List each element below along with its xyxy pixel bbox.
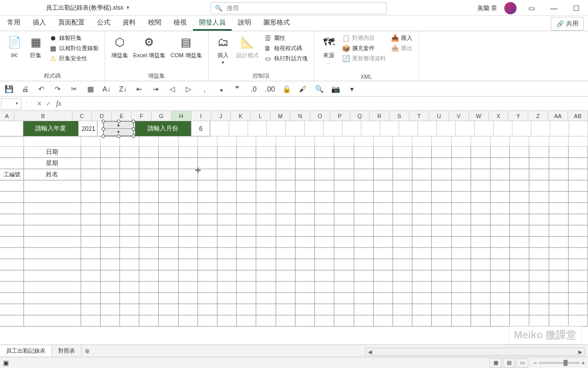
col-header-AA[interactable]: AA (548, 111, 568, 121)
cell[interactable] (217, 169, 237, 180)
undo-icon[interactable]: ↶ (36, 83, 47, 95)
increase-dec-icon[interactable]: .00 (264, 83, 276, 95)
cell[interactable] (276, 169, 296, 180)
cell-year-value[interactable]: 2021 (79, 121, 97, 136)
zoom-slider[interactable] (539, 362, 580, 364)
col-header-L[interactable]: L (251, 111, 271, 121)
cell[interactable] (237, 147, 256, 158)
macro-record-icon[interactable]: ▣ (3, 359, 9, 366)
selection-handle[interactable] (132, 134, 135, 138)
cell[interactable] (179, 169, 198, 180)
cell[interactable] (432, 147, 451, 158)
cell[interactable] (120, 169, 139, 180)
quote-icon[interactable]: ❟ (215, 83, 227, 95)
cell[interactable] (471, 147, 491, 158)
view-normal-button[interactable]: ▦ (489, 358, 502, 367)
selection-handle[interactable] (102, 127, 105, 131)
record-macro-button[interactable]: ⏺錄製巨集 (48, 33, 100, 42)
fx-cancel-icon[interactable]: ✕ (37, 100, 42, 107)
cell[interactable] (179, 158, 198, 169)
col-header-E[interactable]: E (112, 111, 132, 121)
fx-icon[interactable]: fx (56, 100, 61, 108)
col-header-V[interactable]: V (449, 111, 469, 121)
tab-insert[interactable]: 插入 (27, 15, 52, 31)
properties-button[interactable]: ☰屬性 (263, 33, 309, 42)
col-header-O[interactable]: O (310, 111, 330, 121)
cell[interactable] (393, 147, 412, 158)
cell[interactable] (81, 169, 101, 180)
cell[interactable] (549, 169, 569, 180)
cell[interactable] (159, 158, 178, 169)
cell[interactable] (217, 158, 237, 169)
cell[interactable] (198, 169, 217, 180)
cell[interactable] (276, 158, 296, 169)
col-header-U[interactable]: U (429, 111, 449, 121)
tab-layout[interactable]: 頁面配置 (52, 15, 91, 31)
cell[interactable] (120, 147, 139, 158)
cell[interactable] (179, 147, 198, 158)
cell-weekday-label[interactable]: 星期 (24, 158, 81, 169)
cell[interactable] (296, 169, 315, 180)
cell[interactable] (101, 147, 120, 158)
sort-desc-icon[interactable]: Z↓ (117, 83, 129, 95)
cell[interactable] (569, 147, 588, 158)
cell[interactable] (296, 147, 315, 158)
ribbon-display-button[interactable]: ▭ (524, 2, 539, 14)
cell[interactable] (101, 158, 120, 169)
cell[interactable] (412, 147, 432, 158)
cell-name-label[interactable]: 姓名 (24, 169, 81, 180)
cell[interactable] (159, 169, 178, 180)
cell[interactable] (354, 169, 374, 180)
cell[interactable] (569, 169, 588, 180)
tab-help[interactable]: 說明 (232, 15, 257, 31)
share-button[interactable]: 🔗 共用 (551, 17, 584, 31)
col-header-P[interactable]: P (330, 111, 350, 121)
design-mode-button[interactable]: 📐設計模式 (235, 33, 260, 60)
addins-button[interactable]: ⬡增益集 (110, 33, 129, 60)
avatar[interactable] (504, 2, 517, 14)
save-icon[interactable]: 💾 (3, 83, 14, 95)
cell[interactable] (159, 147, 178, 158)
cell[interactable] (452, 158, 471, 169)
indent-icon[interactable]: ▷ (183, 83, 194, 95)
col-header-C[interactable]: C (72, 111, 92, 121)
col-header-B[interactable]: B (14, 111, 72, 121)
comma-icon[interactable]: , (199, 83, 210, 95)
name-box[interactable]: ▼ (1, 98, 21, 109)
cell[interactable] (471, 158, 491, 169)
cell[interactable] (81, 147, 101, 158)
print-icon[interactable]: 🖨 (19, 83, 31, 95)
user-name[interactable]: 美蘭 章 (477, 4, 497, 13)
cell[interactable] (452, 169, 471, 180)
cell[interactable] (81, 158, 101, 169)
cell-weekday-left[interactable] (0, 158, 24, 169)
cell[interactable] (237, 158, 256, 169)
cell[interactable] (237, 169, 256, 180)
borders-icon[interactable]: ▦ (85, 83, 96, 95)
cell[interactable] (412, 169, 432, 180)
selection-handle[interactable] (117, 134, 120, 138)
col-header-S[interactable]: S (389, 111, 409, 121)
decrease-dec-icon[interactable]: .0 (248, 83, 259, 95)
cell[interactable] (432, 158, 451, 169)
expansion-button[interactable]: 📦擴充套件 (341, 43, 387, 53)
cell[interactable] (120, 158, 139, 169)
sheet-tab-2[interactable]: 對照表 (52, 346, 82, 356)
cell[interactable] (139, 158, 159, 169)
zoom-control[interactable]: − + (533, 360, 585, 366)
cell[interactable] (374, 147, 393, 158)
cell[interactable] (549, 158, 569, 169)
selection-handle[interactable] (132, 127, 135, 131)
cell-month-label[interactable]: 請輸入月份 (135, 121, 192, 136)
run-dialog-button[interactable]: ▭執行對話方塊 (263, 54, 309, 63)
macro-security-button[interactable]: ⚠巨集安全性 (48, 54, 100, 63)
cell[interactable] (296, 158, 315, 169)
map-properties-button[interactable]: 📋對應內容 (341, 33, 387, 42)
format-painter-icon[interactable]: ✂ (68, 83, 80, 95)
cell[interactable] (101, 169, 120, 180)
tab-developer[interactable]: 開發人員 (193, 15, 232, 31)
tab-view[interactable]: 檢視 (167, 15, 193, 31)
cell[interactable] (139, 169, 159, 180)
cell[interactable] (491, 169, 510, 180)
com-addins-button[interactable]: ▤COM 增益集 (169, 33, 203, 60)
